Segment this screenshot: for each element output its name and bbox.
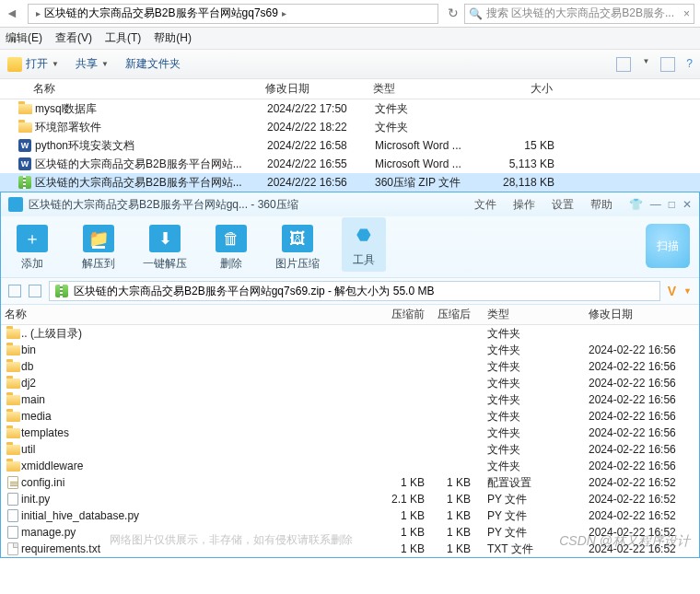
- view-options-icon[interactable]: [616, 57, 631, 72]
- menu-tools[interactable]: 工具(T): [105, 30, 141, 46]
- delete-button[interactable]: 🗑 删除: [209, 225, 253, 272]
- table-row[interactable]: .. (上级目录)文件夹: [1, 325, 699, 342]
- table-row[interactable]: Wpython环境安装文档2024/2/22 16:58Microsoft Wo…: [0, 136, 700, 155]
- table-row[interactable]: templates文件夹2024-02-22 16:56: [1, 425, 699, 441]
- table-row[interactable]: requirements.txt1 KB1 KBTXT 文件2024-02-22…: [1, 541, 699, 557]
- folder-icon: [6, 395, 20, 405]
- table-row[interactable]: 区块链的大宗商品交易B2B服务平台网站...2024/2/22 16:56360…: [0, 173, 700, 192]
- search-input[interactable]: 🔍 搜索 区块链的大宗商品交易B2B服务... ×: [464, 4, 694, 24]
- col-modified[interactable]: 修改日期: [265, 81, 373, 97]
- chevron-right-icon: ▸: [278, 8, 290, 18]
- folder-icon: [6, 379, 20, 389]
- table-row[interactable]: main文件夹2024-02-22 16:56: [1, 391, 699, 408]
- vip-indicator[interactable]: V: [668, 284, 676, 298]
- table-row[interactable]: db文件夹2024-02-22 16:56: [1, 358, 699, 375]
- table-row[interactable]: init.py2.1 KB1 KBPY 文件2024-02-22 16:52: [1, 491, 699, 507]
- menu-file[interactable]: 文件: [474, 197, 496, 213]
- tool-button[interactable]: ⬣ 工具: [342, 217, 386, 272]
- address-bar[interactable]: ▸ 区块链的大宗商品交易B2B服务平台网站gq7s69 ▸: [28, 4, 438, 24]
- table-row[interactable]: mysql数据库2024/2/22 17:50文件夹: [0, 99, 700, 118]
- zip-file-list: .. (上级目录)文件夹bin文件夹2024-02-22 16:56db文件夹2…: [1, 325, 699, 557]
- table-row[interactable]: manage.py1 KB1 KBPY 文件2024-02-22 16:52: [1, 524, 699, 541]
- table-row[interactable]: xmiddleware文件夹2024-02-22 16:56: [1, 458, 699, 474]
- zcol-type[interactable]: 类型: [478, 307, 589, 322]
- table-row[interactable]: 环境部署软件2024/2/22 18:22文件夹: [0, 118, 700, 136]
- zcol-pre[interactable]: 压缩前: [371, 307, 425, 322]
- trash-icon: 🗑: [216, 225, 247, 252]
- file-type: 文件夹: [375, 101, 481, 117]
- share-button[interactable]: 共享 ▼: [76, 56, 109, 72]
- chevron-right-icon: ▸: [32, 8, 44, 18]
- table-row[interactable]: config.ini1 KB1 KB配置设置2024-02-22 16:52: [1, 474, 699, 491]
- scan-button[interactable]: 扫描: [646, 224, 690, 268]
- path-segment[interactable]: 区块链的大宗商品交易B2B服务平台网站gq7s69: [44, 6, 278, 21]
- zcol-name[interactable]: 名称: [5, 307, 371, 322]
- table-row[interactable]: W区块链的大宗商品交易B2B服务平台网站...2024/2/22 16:55Mi…: [0, 155, 700, 173]
- col-name[interactable]: 名称: [33, 81, 265, 97]
- add-button[interactable]: ＋ 添加: [10, 225, 54, 272]
- file-size: 28,118 KB: [481, 176, 573, 189]
- open-button[interactable]: 打开 ▼: [7, 56, 59, 72]
- table-row[interactable]: bin文件夹2024-02-22 16:56: [1, 342, 699, 358]
- menu-view[interactable]: 查看(V): [55, 30, 92, 46]
- close-icon[interactable]: ✕: [682, 198, 692, 211]
- file-name: media: [21, 410, 371, 423]
- menu-help[interactable]: 帮助: [590, 197, 612, 213]
- folder-icon: [6, 362, 20, 372]
- chevron-down-icon: ▼: [52, 60, 59, 68]
- zcol-post[interactable]: 压缩后: [425, 307, 478, 322]
- file-type: PY 文件: [478, 492, 589, 507]
- file-name: templates: [21, 426, 371, 439]
- size-after: 1 KB: [425, 542, 478, 555]
- extract-button[interactable]: 📁 解压到: [76, 225, 121, 272]
- menu-setting[interactable]: 设置: [552, 197, 574, 213]
- file-modified: 2024-02-22 16:56: [589, 360, 699, 373]
- oneclick-extract-button[interactable]: ⬇ 一键解压: [143, 225, 187, 272]
- table-row[interactable]: initial_hive_database.py1 KB1 KBPY 文件202…: [1, 507, 699, 524]
- table-row[interactable]: dj2文件夹2024-02-22 16:56: [1, 375, 699, 391]
- app-icon: [8, 197, 23, 212]
- chevron-down-icon[interactable]: ▼: [683, 286, 692, 296]
- refresh-icon[interactable]: ↻: [442, 6, 464, 21]
- zip-titlebar[interactable]: 区块链的大宗商品交易B2B服务平台网站gq... - 360压缩 文件 操作 设…: [1, 192, 699, 216]
- size-before: 1 KB: [371, 509, 425, 522]
- menu-help[interactable]: 帮助(H): [154, 30, 192, 46]
- menu-operate[interactable]: 操作: [513, 197, 535, 213]
- search-placeholder: 搜索 区块链的大宗商品交易B2B服务...: [486, 6, 683, 21]
- table-row[interactable]: util文件夹2024-02-22 16:56: [1, 441, 699, 458]
- view-list-icon[interactable]: [29, 285, 41, 297]
- file-modified: 2024-02-22 16:52: [589, 476, 699, 489]
- image-compress-button[interactable]: 🖼 图片压缩: [275, 225, 320, 272]
- menu-edit[interactable]: 编辑(E): [6, 30, 42, 46]
- new-folder-button[interactable]: 新建文件夹: [125, 56, 181, 72]
- window-title: 区块链的大宗商品交易B2B服务平台网站gq... - 360压缩: [29, 197, 469, 213]
- file-modified: 2024-02-22 16:52: [589, 509, 699, 522]
- zcol-mod[interactable]: 修改日期: [589, 307, 699, 322]
- view-large-icon[interactable]: [8, 285, 21, 297]
- file-modified: 2024/2/22 16:56: [267, 176, 375, 189]
- minimize-icon[interactable]: —: [650, 198, 661, 211]
- preview-pane-icon[interactable]: [660, 57, 675, 72]
- explorer-file-list: mysql数据库2024/2/22 17:50文件夹环境部署软件2024/2/2…: [0, 99, 700, 192]
- col-size[interactable]: 大小: [479, 81, 571, 97]
- help-icon[interactable]: ?: [686, 57, 693, 72]
- explorer-menubar: 编辑(E) 查看(V) 工具(T) 帮助(H): [0, 28, 700, 50]
- size-before: 1 KB: [371, 542, 425, 555]
- nav-back-icon[interactable]: ◄: [0, 6, 24, 21]
- maximize-icon[interactable]: □: [669, 198, 675, 211]
- file-type: 360压缩 ZIP 文件: [375, 175, 481, 191]
- file-type: 文件夹: [478, 359, 589, 375]
- file-name: .. (上级目录): [21, 326, 371, 342]
- search-clear-icon[interactable]: ×: [683, 7, 690, 20]
- folder-icon: [6, 412, 20, 422]
- zip-path-input[interactable]: 区块链的大宗商品交易B2B服务平台网站gq7s69.zip - 解包大小为 55…: [49, 281, 660, 301]
- table-row[interactable]: media文件夹2024-02-22 16:56: [1, 408, 699, 425]
- explorer-column-headers: 名称 修改日期 类型 大小: [0, 79, 700, 99]
- zip-toolbar: ＋ 添加 📁 解压到 ⬇ 一键解压 🗑 删除 🖼 图片压缩 ⬣ 工具 扫描: [1, 216, 699, 277]
- col-type[interactable]: 类型: [373, 81, 479, 97]
- skin-icon[interactable]: 👕: [629, 198, 643, 211]
- file-modified: 2024/2/22 16:55: [267, 157, 375, 170]
- size-before: 1 KB: [371, 476, 425, 489]
- chevron-down-icon[interactable]: ▼: [642, 57, 649, 72]
- size-after: 1 KB: [425, 493, 478, 506]
